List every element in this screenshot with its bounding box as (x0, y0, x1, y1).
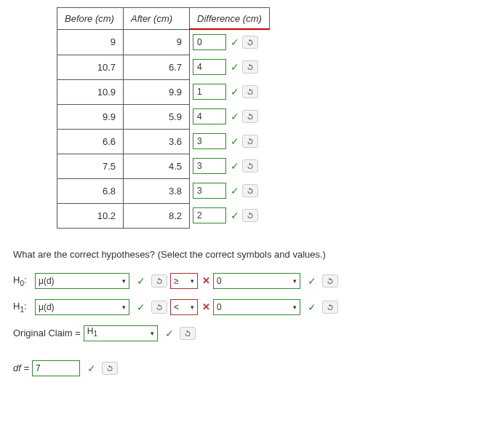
table-row: 10.28.22✓ (57, 203, 270, 228)
check-icon: ✓ (231, 185, 239, 197)
after-cell: 9 (124, 29, 190, 55)
h1-operator-select[interactable]: <▾ (170, 299, 198, 315)
before-cell: 9.9 (57, 104, 124, 129)
diff-input[interactable]: 1 (193, 84, 226, 100)
cross-icon: ✕ (202, 301, 210, 312)
retry-button[interactable] (322, 274, 338, 288)
retry-button[interactable] (102, 362, 118, 375)
h0-operator-select[interactable]: ≥▾ (170, 273, 198, 289)
retry-button[interactable] (242, 60, 258, 74)
caret-icon: ▾ (151, 327, 154, 340)
caret-icon: ▾ (122, 274, 126, 288)
check-icon: ✓ (137, 301, 145, 313)
diff-input[interactable]: 4 (193, 108, 226, 124)
df-label: df = (13, 362, 29, 373)
original-claim-label: Original Claim = (13, 328, 81, 338)
h0-label: H0: (13, 274, 32, 288)
check-icon: ✓ (231, 36, 239, 48)
retry-icon (246, 63, 255, 71)
after-cell: 5.9 (124, 104, 190, 129)
retry-button[interactable] (151, 301, 167, 314)
after-cell: 9.9 (124, 79, 190, 104)
check-icon: ✓ (308, 301, 316, 313)
diff-cell: 4✓ (190, 55, 270, 79)
retry-icon (246, 38, 255, 47)
after-cell: 8.2 (124, 203, 190, 228)
original-claim-select[interactable]: H1▾ (84, 325, 158, 341)
retry-icon (246, 211, 255, 220)
hypotheses-question: What are the correct hypotheses? (Select… (13, 249, 491, 260)
diff-input[interactable]: 3 (193, 133, 226, 149)
after-cell: 3.8 (124, 178, 190, 203)
df-input[interactable]: 7 (32, 360, 80, 376)
original-claim-row: Original Claim = H1▾ ✓ (13, 325, 491, 341)
h1-parameter-select[interactable]: μ(d)▾ (35, 299, 129, 315)
retry-button[interactable] (242, 110, 258, 123)
retry-icon (246, 87, 255, 96)
table-row: 9.95.94✓ (57, 104, 270, 129)
retry-button[interactable] (242, 36, 258, 49)
before-cell: 6.6 (57, 129, 124, 154)
before-cell: 10.9 (57, 79, 124, 104)
diff-input[interactable]: 4 (193, 59, 226, 75)
retry-icon (155, 277, 164, 285)
caret-icon: ▾ (191, 274, 194, 288)
h1-label: H1: (13, 301, 32, 314)
retry-icon (155, 303, 164, 312)
check-icon: ✓ (308, 275, 316, 287)
retry-icon (246, 137, 255, 146)
caret-icon: ▾ (191, 301, 194, 314)
h0-value-select[interactable]: 0▾ (213, 273, 300, 289)
diff-input[interactable]: 3 (193, 158, 226, 174)
check-icon: ✓ (165, 328, 174, 339)
diff-input[interactable]: 3 (193, 183, 226, 199)
retry-button[interactable] (242, 184, 258, 197)
check-icon: ✓ (231, 135, 239, 147)
before-cell: 7.5 (57, 154, 124, 178)
diff-cell: 1✓ (190, 79, 270, 104)
cross-icon: ✕ (202, 275, 210, 286)
before-cell: 9 (57, 29, 124, 55)
h1-value-select[interactable]: 0▾ (213, 299, 300, 315)
h0-parameter-select[interactable]: μ(d)▾ (35, 273, 129, 289)
after-cell: 3.6 (124, 129, 190, 154)
h1-row: H1: μ(d)▾ ✓ <▾ ✕ 0▾ ✓ (13, 299, 491, 315)
table-row: 6.63.63✓ (57, 129, 270, 154)
retry-button[interactable] (151, 274, 167, 288)
after-cell: 4.5 (124, 154, 190, 178)
diff-input[interactable]: 2 (193, 207, 226, 223)
before-cell: 10.2 (57, 203, 124, 228)
check-icon: ✓ (87, 362, 96, 374)
retry-button[interactable] (180, 327, 196, 340)
check-icon: ✓ (231, 210, 239, 221)
after-cell: 6.7 (124, 55, 190, 79)
caret-icon: ▾ (122, 301, 126, 314)
retry-button[interactable] (242, 85, 258, 98)
retry-icon (326, 303, 335, 312)
diff-cell: 2✓ (190, 203, 270, 228)
df-row: df = 7 ✓ (13, 360, 491, 376)
retry-icon (105, 364, 114, 373)
retry-button[interactable] (242, 159, 258, 173)
before-cell: 6.8 (57, 178, 124, 203)
data-table: Before (cm) After (cm) Difference (cm) 9… (57, 7, 270, 229)
table-row: 7.54.53✓ (57, 154, 270, 178)
retry-icon (326, 277, 335, 285)
caret-icon: ▾ (293, 274, 297, 288)
diff-input[interactable]: 0 (193, 34, 226, 50)
retry-button[interactable] (242, 209, 258, 222)
check-icon: ✓ (137, 275, 145, 287)
diff-cell: 4✓ (190, 104, 270, 129)
caret-icon: ▾ (293, 301, 297, 314)
retry-button[interactable] (322, 301, 338, 314)
retry-button[interactable] (242, 135, 258, 148)
diff-cell: 3✓ (190, 129, 270, 154)
check-icon: ✓ (231, 160, 239, 172)
diff-cell: 0✓ (190, 29, 270, 55)
table-row: 10.76.74✓ (57, 55, 270, 79)
h0-row: H0: μ(d)▾ ✓ ≥▾ ✕ 0▾ ✓ (13, 273, 491, 289)
check-icon: ✓ (231, 111, 239, 122)
check-icon: ✓ (231, 86, 239, 98)
check-icon: ✓ (231, 61, 239, 73)
col-diff-header: Difference (cm) (190, 8, 270, 30)
